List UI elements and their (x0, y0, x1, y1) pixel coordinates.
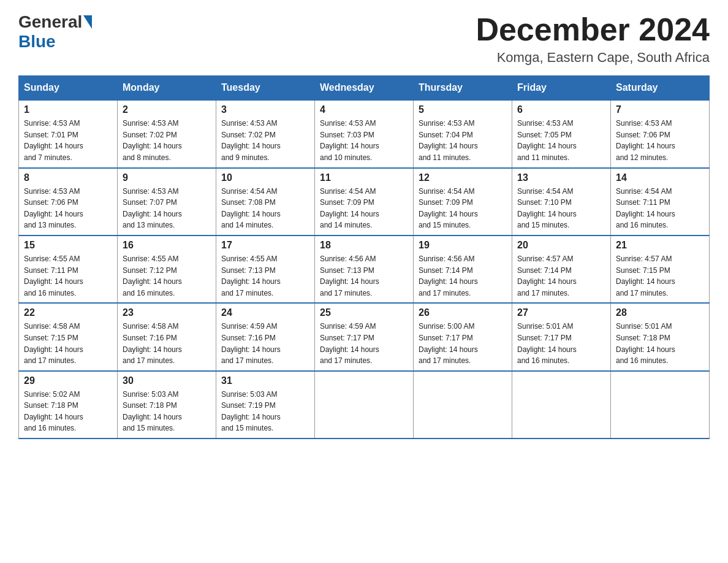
day-number: 31 (221, 375, 309, 386)
day-number: 14 (616, 172, 704, 183)
day-number: 16 (123, 240, 211, 251)
calendar-cell: 17 Sunrise: 4:55 AM Sunset: 7:13 PM Dayl… (216, 236, 315, 303)
day-info: Sunrise: 4:53 AM Sunset: 7:07 PM Dayligh… (123, 186, 211, 231)
calendar-cell: 12 Sunrise: 4:54 AM Sunset: 7:09 PM Dayl… (414, 168, 512, 236)
calendar-cell: 1 Sunrise: 4:53 AM Sunset: 7:01 PM Dayli… (19, 100, 118, 167)
calendar-cell: 26 Sunrise: 5:00 AM Sunset: 7:17 PM Dayl… (414, 303, 512, 370)
day-number: 7 (616, 104, 704, 115)
calendar-cell: 21 Sunrise: 4:57 AM Sunset: 7:15 PM Dayl… (611, 236, 710, 303)
logo-general-text: General (18, 12, 82, 32)
day-number: 15 (24, 240, 112, 251)
calendar-cell: 6 Sunrise: 4:53 AM Sunset: 7:05 PM Dayli… (512, 100, 611, 167)
calendar-cell: 24 Sunrise: 4:59 AM Sunset: 7:16 PM Dayl… (216, 303, 315, 370)
day-number: 10 (221, 172, 309, 183)
calendar-cell: 13 Sunrise: 4:54 AM Sunset: 7:10 PM Dayl… (512, 168, 611, 236)
weekday-header-row: SundayMondayTuesdayWednesdayThursdayFrid… (19, 76, 710, 101)
day-info: Sunrise: 4:55 AM Sunset: 7:13 PM Dayligh… (221, 253, 309, 299)
location-title: Komga, Eastern Cape, South Africa (476, 50, 710, 66)
day-number: 24 (221, 307, 309, 318)
day-info: Sunrise: 4:59 AM Sunset: 7:16 PM Dayligh… (221, 321, 309, 366)
logo-blue-text: Blue (18, 32, 56, 52)
day-number: 29 (24, 375, 112, 386)
day-info: Sunrise: 4:58 AM Sunset: 7:15 PM Dayligh… (24, 321, 112, 366)
day-number: 28 (616, 307, 704, 318)
day-info: Sunrise: 4:56 AM Sunset: 7:13 PM Dayligh… (320, 253, 408, 299)
month-title: December 2024 (476, 12, 710, 47)
day-number: 20 (517, 240, 605, 251)
day-info: Sunrise: 5:00 AM Sunset: 7:17 PM Dayligh… (419, 321, 507, 366)
day-number: 22 (24, 307, 112, 318)
day-number: 19 (419, 240, 507, 251)
day-number: 21 (616, 240, 704, 251)
day-number: 18 (320, 240, 408, 251)
day-info: Sunrise: 4:54 AM Sunset: 7:08 PM Dayligh… (221, 186, 309, 231)
calendar-week-5: 29 Sunrise: 5:02 AM Sunset: 7:18 PM Dayl… (19, 371, 710, 439)
calendar-cell: 9 Sunrise: 4:53 AM Sunset: 7:07 PM Dayli… (118, 168, 216, 236)
logo-triangle-icon (83, 15, 92, 29)
calendar-cell: 18 Sunrise: 4:56 AM Sunset: 7:13 PM Dayl… (315, 236, 414, 303)
day-number: 5 (419, 104, 507, 115)
day-number: 1 (24, 104, 112, 115)
weekday-header-tuesday: Tuesday (216, 76, 315, 101)
calendar-cell: 14 Sunrise: 4:54 AM Sunset: 7:11 PM Dayl… (611, 168, 710, 236)
calendar-cell: 23 Sunrise: 4:58 AM Sunset: 7:16 PM Dayl… (118, 303, 216, 370)
day-number: 27 (517, 307, 605, 318)
day-number: 11 (320, 172, 408, 183)
day-info: Sunrise: 4:53 AM Sunset: 7:01 PM Dayligh… (24, 118, 112, 163)
calendar-cell: 19 Sunrise: 4:56 AM Sunset: 7:14 PM Dayl… (414, 236, 512, 303)
day-info: Sunrise: 4:54 AM Sunset: 7:11 PM Dayligh… (616, 186, 704, 231)
calendar-cell: 27 Sunrise: 5:01 AM Sunset: 7:17 PM Dayl… (512, 303, 611, 370)
day-number: 17 (221, 240, 309, 251)
day-number: 23 (123, 307, 211, 318)
day-info: Sunrise: 4:53 AM Sunset: 7:02 PM Dayligh… (221, 118, 309, 163)
calendar-cell: 7 Sunrise: 4:53 AM Sunset: 7:06 PM Dayli… (611, 100, 710, 167)
calendar-cell: 20 Sunrise: 4:57 AM Sunset: 7:14 PM Dayl… (512, 236, 611, 303)
weekday-header-sunday: Sunday (19, 76, 118, 101)
weekday-header-thursday: Thursday (414, 76, 512, 101)
calendar-cell: 10 Sunrise: 4:54 AM Sunset: 7:08 PM Dayl… (216, 168, 315, 236)
day-number: 25 (320, 307, 408, 318)
day-info: Sunrise: 4:53 AM Sunset: 7:05 PM Dayligh… (517, 118, 605, 163)
calendar-cell: 31 Sunrise: 5:03 AM Sunset: 7:19 PM Dayl… (216, 371, 315, 439)
day-number: 9 (123, 172, 211, 183)
day-info: Sunrise: 5:01 AM Sunset: 7:17 PM Dayligh… (517, 321, 605, 366)
day-info: Sunrise: 4:53 AM Sunset: 7:03 PM Dayligh… (320, 118, 408, 163)
day-number: 2 (123, 104, 211, 115)
day-info: Sunrise: 4:54 AM Sunset: 7:09 PM Dayligh… (320, 186, 408, 231)
calendar-cell: 28 Sunrise: 5:01 AM Sunset: 7:18 PM Dayl… (611, 303, 710, 370)
calendar-cell (315, 371, 414, 439)
day-number: 6 (517, 104, 605, 115)
day-info: Sunrise: 5:02 AM Sunset: 7:18 PM Dayligh… (24, 389, 112, 434)
day-info: Sunrise: 4:59 AM Sunset: 7:17 PM Dayligh… (320, 321, 408, 366)
day-info: Sunrise: 4:57 AM Sunset: 7:15 PM Dayligh… (616, 253, 704, 299)
day-number: 4 (320, 104, 408, 115)
calendar-cell: 8 Sunrise: 4:53 AM Sunset: 7:06 PM Dayli… (19, 168, 118, 236)
day-info: Sunrise: 4:54 AM Sunset: 7:09 PM Dayligh… (419, 186, 507, 231)
weekday-header-monday: Monday (118, 76, 216, 101)
calendar-cell: 15 Sunrise: 4:55 AM Sunset: 7:11 PM Dayl… (19, 236, 118, 303)
calendar-table: SundayMondayTuesdayWednesdayThursdayFrid… (18, 75, 710, 439)
calendar-cell: 30 Sunrise: 5:03 AM Sunset: 7:18 PM Dayl… (118, 371, 216, 439)
calendar-cell: 11 Sunrise: 4:54 AM Sunset: 7:09 PM Dayl… (315, 168, 414, 236)
calendar-week-3: 15 Sunrise: 4:55 AM Sunset: 7:11 PM Dayl… (19, 236, 710, 303)
day-info: Sunrise: 4:55 AM Sunset: 7:12 PM Dayligh… (123, 253, 211, 299)
day-number: 12 (419, 172, 507, 183)
day-info: Sunrise: 5:03 AM Sunset: 7:18 PM Dayligh… (123, 389, 211, 434)
calendar-week-1: 1 Sunrise: 4:53 AM Sunset: 7:01 PM Dayli… (19, 100, 710, 167)
calendar-cell (512, 371, 611, 439)
calendar-cell: 5 Sunrise: 4:53 AM Sunset: 7:04 PM Dayli… (414, 100, 512, 167)
calendar-cell: 22 Sunrise: 4:58 AM Sunset: 7:15 PM Dayl… (19, 303, 118, 370)
calendar-cell: 16 Sunrise: 4:55 AM Sunset: 7:12 PM Dayl… (118, 236, 216, 303)
calendar-cell: 2 Sunrise: 4:53 AM Sunset: 7:02 PM Dayli… (118, 100, 216, 167)
calendar-cell: 29 Sunrise: 5:02 AM Sunset: 7:18 PM Dayl… (19, 371, 118, 439)
day-info: Sunrise: 4:58 AM Sunset: 7:16 PM Dayligh… (123, 321, 211, 366)
day-info: Sunrise: 5:03 AM Sunset: 7:19 PM Dayligh… (221, 389, 309, 434)
day-info: Sunrise: 4:54 AM Sunset: 7:10 PM Dayligh… (517, 186, 605, 231)
day-info: Sunrise: 4:53 AM Sunset: 7:06 PM Dayligh… (616, 118, 704, 163)
title-section: December 2024 Komga, Eastern Cape, South… (476, 12, 710, 66)
calendar-week-2: 8 Sunrise: 4:53 AM Sunset: 7:06 PM Dayli… (19, 168, 710, 236)
day-number: 13 (517, 172, 605, 183)
day-info: Sunrise: 4:56 AM Sunset: 7:14 PM Dayligh… (419, 253, 507, 299)
day-number: 3 (221, 104, 309, 115)
day-info: Sunrise: 4:53 AM Sunset: 7:04 PM Dayligh… (419, 118, 507, 163)
